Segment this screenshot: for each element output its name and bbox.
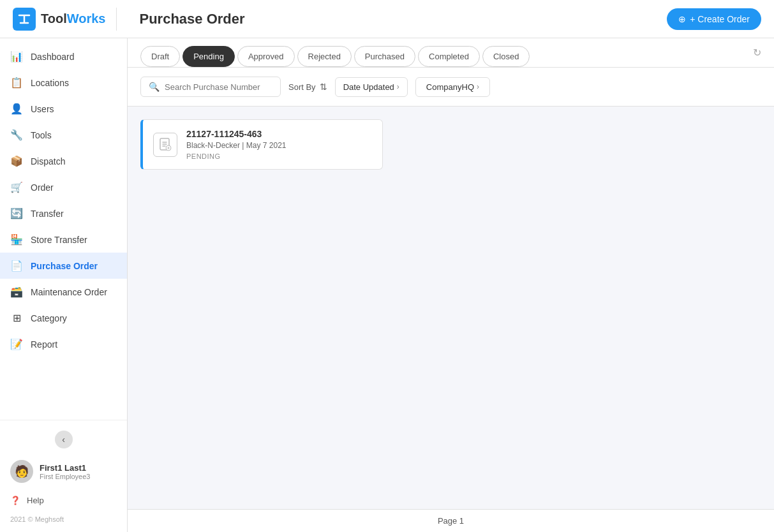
sidebar-item-label: Category bbox=[31, 313, 67, 323]
document-icon bbox=[158, 138, 172, 152]
tools-icon: 🔧 bbox=[10, 129, 23, 141]
page-title: Purchase Order bbox=[140, 11, 245, 27]
search-box: 🔍 bbox=[140, 77, 281, 97]
tab-rejected[interactable]: Rejected bbox=[297, 46, 352, 67]
create-order-button[interactable]: ⊕ + Create Order bbox=[667, 8, 761, 30]
purchase-order-icon: 📄 bbox=[10, 260, 23, 272]
app-wrapper: ToolWorks Purchase Order ⊕ + Create Orde… bbox=[0, 0, 774, 532]
tab-pending[interactable]: Pending bbox=[182, 46, 235, 67]
sidebar-item-report[interactable]: 📝 Report bbox=[0, 331, 127, 357]
top-bar: ToolWorks Purchase Order ⊕ + Create Orde… bbox=[0, 0, 774, 38]
location-filter[interactable]: CompanyHQ › bbox=[415, 77, 490, 97]
tab-purchased[interactable]: Purchased bbox=[354, 46, 415, 67]
collapse-sidebar-button[interactable]: ‹ bbox=[0, 425, 127, 454]
search-input[interactable] bbox=[165, 82, 267, 92]
sidebar-item-label: Transfer bbox=[31, 209, 64, 219]
tab-completed[interactable]: Completed bbox=[418, 46, 480, 67]
order-vendor: Black-N-Decker bbox=[186, 141, 240, 150]
main-layout: 📊 Dashboard 📋 Locations 👤 Users 🔧 Tools … bbox=[0, 38, 774, 532]
order-meta: Black-N-Decker | May 7 2021 bbox=[186, 141, 372, 150]
sidebar: 📊 Dashboard 📋 Locations 👤 Users 🔧 Tools … bbox=[0, 38, 128, 532]
user-info: First1 Last1 First Employee3 bbox=[40, 463, 90, 480]
sidebar-item-label: Dispatch bbox=[31, 156, 65, 166]
locations-icon: 📋 bbox=[10, 77, 23, 89]
dispatch-icon: 📦 bbox=[10, 155, 23, 167]
sidebar-item-label: Dashboard bbox=[31, 52, 75, 62]
sidebar-item-maintenance-order[interactable]: 🗃️ Maintenance Order bbox=[0, 279, 127, 305]
sidebar-item-tools[interactable]: 🔧 Tools bbox=[0, 122, 127, 148]
create-order-label: + Create Order bbox=[690, 14, 750, 24]
tabs-bar: Draft Pending Approved Rejected Purchase… bbox=[128, 38, 774, 68]
dashboard-icon: 📊 bbox=[10, 50, 23, 63]
sidebar-nav: 📊 Dashboard 📋 Locations 👤 Users 🔧 Tools … bbox=[0, 38, 127, 420]
date-filter-label: Date Updated bbox=[343, 82, 394, 92]
location-filter-label: CompanyHQ bbox=[426, 82, 474, 92]
help-icon: ❓ bbox=[10, 496, 20, 505]
search-icon: 🔍 bbox=[149, 82, 160, 92]
users-icon: 👤 bbox=[10, 103, 23, 115]
sidebar-bottom: ‹ 🧑 First1 Last1 First Employee3 ❓ Help … bbox=[0, 420, 127, 532]
tab-closed[interactable]: Closed bbox=[482, 46, 530, 67]
order-icon: 🛒 bbox=[10, 181, 23, 193]
sidebar-item-order[interactable]: 🛒 Order bbox=[0, 174, 127, 200]
order-number: 21127-111245-463 bbox=[186, 129, 372, 139]
sidebar-item-label: Report bbox=[31, 339, 57, 350]
tab-draft[interactable]: Draft bbox=[140, 46, 180, 67]
user-name: First1 Last1 bbox=[40, 463, 90, 473]
report-icon: 📝 bbox=[10, 338, 23, 350]
refresh-icon[interactable]: ↻ bbox=[753, 47, 761, 66]
order-doc-icon bbox=[153, 133, 177, 157]
sidebar-item-label: Store Transfer bbox=[31, 235, 87, 245]
tab-approved[interactable]: Approved bbox=[237, 46, 295, 67]
user-role: First Employee3 bbox=[40, 473, 90, 480]
order-date: May 7 2021 bbox=[246, 141, 287, 150]
orders-list: 21127-111245-463 Black-N-Decker | May 7 … bbox=[140, 117, 761, 179]
category-icon: ⊞ bbox=[10, 312, 23, 324]
collapse-icon: ‹ bbox=[55, 431, 73, 448]
sidebar-item-label: Users bbox=[31, 104, 54, 114]
transfer-icon: 🔄 bbox=[10, 207, 23, 219]
avatar: 🧑 bbox=[10, 460, 33, 483]
location-filter-chevron: › bbox=[477, 82, 479, 91]
user-section[interactable]: 🧑 First1 Last1 First Employee3 bbox=[0, 454, 127, 489]
sidebar-item-label: Locations bbox=[31, 78, 69, 88]
sidebar-item-transfer[interactable]: 🔄 Transfer bbox=[0, 200, 127, 226]
logo-icon bbox=[13, 8, 36, 31]
content-area: Draft Pending Approved Rejected Purchase… bbox=[128, 38, 774, 532]
sidebar-item-locations[interactable]: 📋 Locations bbox=[0, 70, 127, 96]
sidebar-item-category[interactable]: ⊞ Category bbox=[0, 305, 127, 331]
sidebar-item-users[interactable]: 👤 Users bbox=[0, 96, 127, 122]
sidebar-item-dashboard[interactable]: 📊 Dashboard bbox=[0, 43, 127, 70]
date-filter[interactable]: Date Updated › bbox=[335, 77, 408, 97]
sidebar-item-label: Maintenance Order bbox=[31, 287, 107, 297]
logo-text: ToolWorks bbox=[41, 11, 106, 26]
create-order-plus-icon: ⊕ bbox=[678, 14, 686, 24]
content-inner: 21127-111245-463 Black-N-Decker | May 7 … bbox=[128, 107, 774, 509]
sort-label: Sort By bbox=[288, 82, 316, 92]
sidebar-item-store-transfer[interactable]: 🏪 Store Transfer bbox=[0, 226, 127, 253]
maintenance-order-icon: 🗃️ bbox=[10, 286, 23, 298]
sidebar-item-dispatch[interactable]: 📦 Dispatch bbox=[0, 148, 127, 174]
order-card[interactable]: 21127-111245-463 Black-N-Decker | May 7 … bbox=[140, 119, 383, 170]
footer: Page 1 bbox=[128, 509, 774, 532]
order-status: PENDING bbox=[186, 152, 372, 160]
top-right-actions: ⊕ + Create Order bbox=[667, 8, 761, 30]
sidebar-item-label: Tools bbox=[31, 130, 52, 140]
tabs-list: Draft Pending Approved Rejected Purchase… bbox=[140, 46, 530, 67]
sidebar-item-purchase-order[interactable]: 📄 Purchase Order bbox=[0, 253, 127, 279]
copyright: 2021 © Meghsoft bbox=[0, 512, 127, 527]
store-transfer-icon: 🏪 bbox=[10, 233, 23, 246]
page-label: Page 1 bbox=[438, 516, 464, 526]
filters-bar: 🔍 Sort By ⇅ Date Updated › CompanyHQ › bbox=[128, 68, 774, 107]
sort-icon[interactable]: ⇅ bbox=[320, 82, 327, 92]
help-label: Help bbox=[27, 496, 44, 505]
sidebar-item-label: Purchase Order bbox=[31, 261, 98, 271]
help-item[interactable]: ❓ Help bbox=[0, 489, 127, 512]
sidebar-item-label: Order bbox=[31, 182, 54, 193]
logo: ToolWorks bbox=[13, 8, 106, 31]
sort-section: Sort By ⇅ bbox=[288, 82, 327, 92]
order-details: 21127-111245-463 Black-N-Decker | May 7 … bbox=[186, 129, 372, 160]
avatar-emoji: 🧑 bbox=[15, 464, 29, 478]
date-filter-chevron: › bbox=[397, 82, 399, 91]
